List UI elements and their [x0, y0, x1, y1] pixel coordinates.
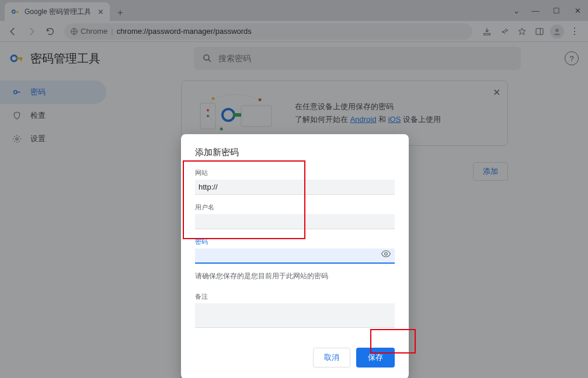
- note-input[interactable]: [195, 303, 395, 328]
- field-site: 网站: [195, 169, 395, 195]
- password-label: 密码: [195, 237, 395, 246]
- field-username: 用户名: [195, 203, 395, 229]
- password-input[interactable]: [195, 249, 395, 264]
- username-label: 用户名: [195, 203, 395, 212]
- toggle-visibility-icon[interactable]: [381, 249, 391, 261]
- site-input[interactable]: [195, 180, 395, 195]
- add-password-dialog: 添加新密码 网站 用户名 密码 请确保您保存的是您目前用于此网站的密码 备注 取…: [181, 134, 409, 378]
- dialog-actions: 取消 保存: [195, 348, 395, 368]
- dialog-title: 添加新密码: [195, 147, 395, 158]
- username-input[interactable]: [195, 214, 395, 229]
- svg-point-24: [385, 253, 388, 256]
- site-label: 网站: [195, 169, 395, 177]
- note-label: 备注: [195, 292, 395, 301]
- save-button[interactable]: 保存: [356, 348, 395, 368]
- field-password: 密码: [195, 237, 395, 264]
- password-hint: 请确保您保存的是您目前用于此网站的密码: [195, 272, 395, 281]
- field-note: 备注: [195, 292, 395, 330]
- cancel-button[interactable]: 取消: [313, 348, 350, 368]
